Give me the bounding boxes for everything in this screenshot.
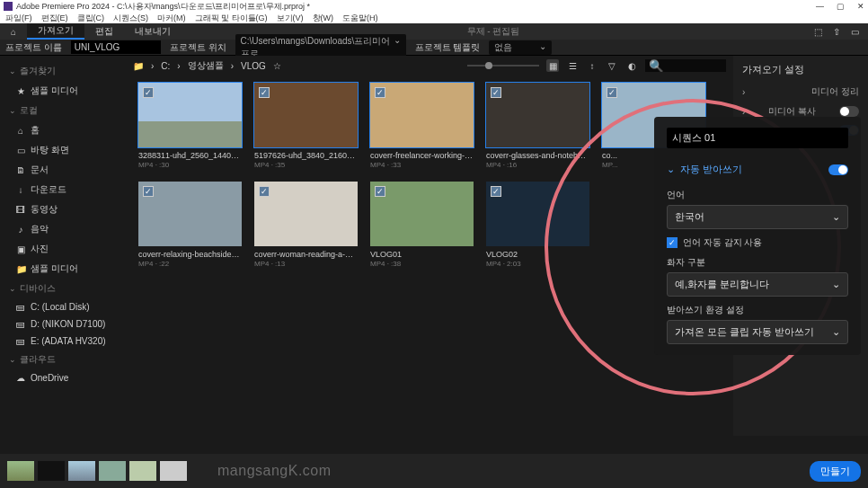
clip-card[interactable]: ✓coverr-woman-reading-a-menu-90...MP4 · … <box>254 182 358 268</box>
checkbox-icon[interactable]: ✓ <box>491 87 501 98</box>
auto-transcribe-toggle[interactable] <box>828 164 848 175</box>
sidebar-item-downloads[interactable]: ↓다운로드 <box>0 180 126 200</box>
sidebar-item-desktop[interactable]: ▭바탕 화면 <box>0 140 126 160</box>
sidebar-item-sample[interactable]: 📁샘플 미디어 <box>0 259 126 279</box>
clip-thumbnail[interactable]: ✓ <box>254 83 358 147</box>
menu-marker[interactable]: 마커(M) <box>157 13 186 24</box>
sidebar-item-music[interactable]: ♪음악 <box>0 219 126 239</box>
document-icon: 🗎 <box>16 165 25 175</box>
timeline-thumb[interactable] <box>7 461 34 481</box>
workspace-icon[interactable]: ▭ <box>851 27 859 37</box>
checkbox-icon[interactable]: ✓ <box>259 87 270 98</box>
sequence-name-input[interactable]: 시퀀스 01 <box>667 128 848 148</box>
clip-card[interactable]: ✓VLOG02MP4 · 2:03 <box>486 182 589 268</box>
close-icon[interactable]: ✕ <box>857 2 864 11</box>
menu-view[interactable]: 보기(V) <box>277 13 304 24</box>
transcribe-panel: 시퀀스 01 ⌄ 자동 받아쓰기 언어 한국어⌄ ✓언어 자동 감지 사용 화자… <box>654 117 861 355</box>
video-icon: 🎞 <box>16 205 25 215</box>
timeline-thumb[interactable] <box>99 461 126 481</box>
drive-icon: 🖴 <box>16 336 25 346</box>
auto-transcribe-header[interactable]: ⌄ 자동 받아쓰기 <box>667 157 848 182</box>
clip-thumbnail[interactable]: ✓ <box>486 83 589 147</box>
search-input[interactable] <box>645 59 726 72</box>
sidebar-section-favorites[interactable]: 즐겨찾기 <box>0 61 126 81</box>
project-template-select[interactable]: 없음⌄ <box>489 40 552 55</box>
speaker-select[interactable]: 예,화자를 분리합니다⌄ <box>667 272 848 297</box>
clip-card[interactable]: ✓VLOG01MP4 · :38 <box>370 182 474 268</box>
media-copy-toggle[interactable] <box>839 106 859 117</box>
clip-card[interactable]: ✓coverr-glasses-and-notebooks-on-a...MP4… <box>486 83 589 169</box>
menu-help[interactable]: 도움말(H) <box>342 13 378 24</box>
menu-file[interactable]: 파일(F) <box>5 13 32 24</box>
folder-icon: 📁 <box>16 264 25 274</box>
tab-import[interactable]: 가져오기 <box>27 23 84 40</box>
env-select[interactable]: 가져온 모든 클립 자동 받아쓰기⌄ <box>667 320 848 344</box>
sidebar-item-drive-d[interactable]: 🖴D: (NIKON D7100) <box>0 315 126 333</box>
clip-thumbnail[interactable]: ✓ <box>486 182 589 246</box>
sidebar-item-sample-media[interactable]: ★샘플 미디어 <box>0 81 126 101</box>
clip-thumbnail[interactable]: ✓ <box>370 182 474 246</box>
crumb-c[interactable]: C: <box>161 61 170 71</box>
favorite-star-icon[interactable]: ☆ <box>273 61 281 71</box>
sidebar-section-device[interactable]: 디바이스 <box>0 279 126 298</box>
timeline-thumb[interactable] <box>38 461 65 481</box>
tab-edit[interactable]: 편집 <box>84 23 124 40</box>
minimize-icon[interactable]: — <box>816 2 824 11</box>
language-select[interactable]: 한국어⌄ <box>667 205 848 229</box>
timeline-thumb[interactable] <box>68 461 95 481</box>
menu-clip[interactable]: 클립(C) <box>77 13 105 24</box>
sidebar-item-drive-e[interactable]: 🖴E: (ADATA HV320) <box>0 333 126 350</box>
project-name-input[interactable] <box>71 40 161 54</box>
grid-view-icon[interactable]: ▦ <box>546 59 559 72</box>
clip-card[interactable]: ✓3288311-uhd_2560_1440_30fpsMP4 · :30 <box>138 83 242 169</box>
list-view-icon[interactable]: ☰ <box>566 59 579 72</box>
crumb-sub[interactable]: VLOG <box>241 61 266 71</box>
tab-export[interactable]: 내보내기 <box>124 23 182 40</box>
timeline-thumb[interactable] <box>160 461 187 481</box>
share-icon[interactable]: ⇧ <box>833 27 840 37</box>
auto-detect-checkbox[interactable]: ✓언어 자동 감지 사용 <box>667 236 848 249</box>
quick-export-icon[interactable]: ⬚ <box>814 27 822 37</box>
settings-icon[interactable]: ◐ <box>625 59 638 72</box>
checkbox-icon[interactable]: ✓ <box>143 87 154 98</box>
sidebar-item-home[interactable]: ⌂홈 <box>0 120 126 140</box>
menu-graphics[interactable]: 그래픽 및 타이틀(G) <box>195 13 268 24</box>
clip-thumbnail[interactable]: ✓ <box>138 182 242 246</box>
menubar: 파일(F) 편집(E) 클립(C) 시퀀스(S) 마커(M) 그래픽 및 타이틀… <box>0 13 868 23</box>
menu-sequence[interactable]: 시퀀스(S) <box>113 13 148 24</box>
sidebar-item-photos[interactable]: ▣사진 <box>0 239 126 259</box>
project-row: 프로젝트 이름 프로젝트 위치 C:\Users\mangs\Downloads… <box>0 40 868 56</box>
clip-meta: MP4 · :38 <box>370 260 474 268</box>
clip-thumbnail[interactable]: ✓ <box>370 83 474 147</box>
home-icon[interactable]: ⌂ <box>0 27 27 37</box>
checkbox-icon[interactable]: ✓ <box>375 186 385 197</box>
crumb-root[interactable]: › <box>151 61 154 71</box>
checkbox-icon[interactable]: ✓ <box>143 186 154 197</box>
timeline-thumb[interactable] <box>129 461 156 481</box>
thumbnail-size-slider[interactable] <box>467 65 539 67</box>
crumb-folder[interactable]: 영상샘플 <box>188 59 224 72</box>
sidebar-item-drive-c[interactable]: 🖴C: (Local Disk) <box>0 298 126 315</box>
menu-window[interactable]: 창(W) <box>313 13 334 24</box>
checkbox-icon[interactable]: ✓ <box>259 186 270 197</box>
sidebar-item-documents[interactable]: 🗎문서 <box>0 160 126 180</box>
clip-card[interactable]: ✓coverr-relaxing-beachside-reading-s...M… <box>138 182 242 268</box>
checkbox-icon[interactable]: ✓ <box>491 186 501 197</box>
checkbox-icon[interactable]: ✓ <box>375 87 385 98</box>
sidebar-item-onedrive[interactable]: ☁OneDrive <box>0 369 126 386</box>
sort-icon[interactable]: ↕ <box>586 59 598 72</box>
clip-card[interactable]: ✓5197626-uhd_3840_2160_25fpsMP4 · :35 <box>254 83 358 169</box>
checkbox-icon[interactable]: ✓ <box>607 87 617 98</box>
clip-thumbnail[interactable]: ✓ <box>138 83 242 147</box>
sidebar-item-videos[interactable]: 🎞동영상 <box>0 200 126 219</box>
maximize-icon[interactable]: ▢ <box>837 2 845 11</box>
sidebar-section-local[interactable]: 로컬 <box>0 101 126 120</box>
create-button[interactable]: 만들기 <box>810 461 861 482</box>
clip-thumbnail[interactable]: ✓ <box>254 182 358 246</box>
breadcrumb: 📁 › C: › 영상샘플 › VLOG ☆ ▦ ☰ ↕ ▽ ◐ <box>126 56 733 75</box>
menu-edit[interactable]: 편집(E) <box>41 13 68 24</box>
setting-media-organize[interactable]: ›미디어 정리 <box>742 82 859 102</box>
filter-icon[interactable]: ▽ <box>606 59 618 72</box>
sidebar-section-cloud[interactable]: 클라우드 <box>0 350 126 369</box>
clip-card[interactable]: ✓coverr-freelancer-working-from-ho...MP4… <box>370 83 474 169</box>
